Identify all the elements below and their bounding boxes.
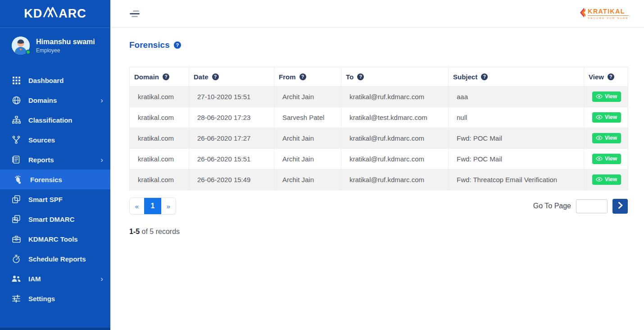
sidebar-item-label: Reports (28, 156, 54, 164)
sidebar-item-forensics[interactable]: Forensics (0, 170, 110, 189)
kdmarc-logo-left: KD (24, 7, 42, 21)
table-header-row: Domain?Date?From?To?Subject?View? (130, 67, 628, 87)
chevron-right-icon: › (100, 156, 103, 164)
column-header-subject: Subject? (449, 67, 584, 87)
cell-view: View (584, 170, 628, 190)
sidebar-item-label: Forensics (30, 176, 62, 183)
chevron-right-icon (618, 202, 623, 210)
kdmarc-logo-m-icon (42, 6, 59, 21)
help-icon[interactable]: ? (608, 73, 614, 80)
column-label: From (279, 73, 296, 81)
main-area: KRATIKAL SECURE FOR SURE Forensics ? Dom… (110, 0, 644, 330)
cell-to: kratikal@ruf.kdmarc.com (341, 128, 449, 149)
kdmarc-logo-right: ARC (59, 7, 86, 21)
cell-domain: kratikal.com (130, 87, 189, 107)
column-label: View (589, 73, 604, 81)
cell-view: View (584, 128, 628, 149)
view-button[interactable]: View (592, 174, 621, 185)
help-icon[interactable]: ? (481, 73, 488, 80)
sliders-icon (12, 295, 21, 302)
view-button-label: View (605, 93, 617, 100)
cell-subject: Fwd: Threatcop Email Verification (449, 170, 584, 190)
sidebar-item-label: Schedule Reports (28, 255, 86, 263)
sidebar-item-kdmarc-tools[interactable]: KDMARC Tools (0, 229, 110, 249)
view-button[interactable]: View (592, 112, 621, 123)
pagination-row: « 1 » Go To Page (129, 197, 628, 215)
kratikal-tagline: SECURE FOR SURE (588, 17, 629, 19)
kdmarc-logo[interactable]: KD ARC (24, 6, 86, 21)
dashboard-icon (12, 77, 21, 84)
user-info: Himanshu swami Employee (36, 37, 95, 54)
sidebar-item-smart-spf[interactable]: Smart SPF (0, 189, 110, 209)
logo-block: KD ARC (0, 0, 110, 28)
cell-view: View (584, 87, 628, 107)
globe-icon (12, 96, 21, 105)
forensics-table: Domain?Date?From?To?Subject?View? kratik… (129, 67, 628, 190)
cell-to: kratikal@test.kdmarc.com (341, 107, 449, 128)
sidebar-item-label: Settings (28, 295, 55, 302)
cell-subject: null (449, 107, 584, 128)
sidebar-item-smart-dmarc[interactable]: Smart DMARC (0, 209, 110, 229)
content: Forensics ? Domain?Date?From?To?Subject?… (110, 28, 644, 236)
help-icon[interactable]: ? (299, 73, 306, 80)
pagination: « 1 » (129, 197, 176, 215)
sidebar-item-label: Classification (28, 116, 73, 124)
chevron-right-icon: › (100, 275, 103, 283)
go-to-page-input[interactable] (576, 199, 608, 213)
page-title: Forensics (129, 40, 170, 50)
user-role: Employee (36, 47, 95, 54)
go-to-page-button[interactable] (612, 199, 628, 214)
table-row: kratikal.com26-06-2020 15:49Archit Jaink… (130, 170, 628, 190)
stopwatch-icon (12, 255, 21, 263)
forensics-icon (14, 175, 23, 184)
toolbox-icon (12, 235, 21, 243)
help-icon[interactable]: ? (163, 73, 169, 80)
cell-from: Archit Jain (274, 170, 341, 190)
sidebar-item-schedule-reports[interactable]: Schedule Reports (0, 249, 110, 269)
view-button[interactable]: View (592, 92, 621, 102)
cell-date: 26-06-2020 15:49 (189, 170, 274, 190)
column-header-to: To? (341, 67, 449, 87)
menu-toggle-icon[interactable] (130, 10, 141, 17)
sidebar-item-sources[interactable]: Sources (0, 130, 110, 150)
records-range: 1-5 (129, 228, 140, 235)
table-row: kratikal.com26-06-2020 15:51Archit Jaink… (130, 149, 628, 170)
cell-subject: Fwd: POC Mail (449, 128, 584, 149)
cell-date: 26-06-2020 17:27 (189, 128, 274, 149)
cell-domain: kratikal.com (130, 149, 189, 170)
sidebar-item-iam[interactable]: IAM› (0, 269, 110, 289)
view-button-label: View (605, 114, 617, 120)
sidebar-item-reports[interactable]: Reports› (0, 150, 110, 170)
cell-from: Sarvesh Patel (274, 107, 341, 128)
sidebar-item-domains[interactable]: Domains› (0, 90, 110, 110)
sources-icon (12, 136, 21, 144)
reports-icon (12, 156, 21, 164)
cell-to: kratikal@ruf.kdmarc.com (341, 149, 449, 170)
view-button[interactable]: View (592, 133, 621, 143)
view-button-label: View (605, 176, 617, 183)
user-profile[interactable]: Himanshu swami Employee (0, 28, 110, 64)
cell-date: 27-10-2020 15:51 (189, 87, 274, 107)
sidebar-item-label: Domains (28, 96, 57, 104)
pagination-prev[interactable]: « (130, 198, 144, 214)
column-label: Date (194, 73, 209, 81)
help-icon[interactable]: ? (357, 73, 364, 80)
view-button[interactable]: View (592, 154, 621, 164)
eye-icon (596, 177, 603, 182)
pagination-page-1[interactable]: 1 (144, 198, 161, 214)
kratikal-logo[interactable]: KRATIKAL SECURE FOR SURE (579, 7, 629, 20)
page-help-icon[interactable]: ? (174, 41, 181, 49)
help-icon[interactable]: ? (212, 73, 219, 80)
pagination-next[interactable]: » (161, 198, 176, 214)
table-row: kratikal.com28-06-2020 17:23Sarvesh Pate… (130, 107, 628, 128)
sidebar-item-settings[interactable]: Settings (0, 289, 110, 308)
table-row: kratikal.com27-10-2020 15:51Archit Jaink… (130, 87, 628, 107)
cell-domain: kratikal.com (130, 128, 189, 149)
sidebar-item-dashboard[interactable]: Dashboard (0, 70, 110, 90)
column-label: To (346, 73, 354, 81)
kratikal-chevron-icon (579, 7, 586, 20)
chevron-right-icon: › (100, 96, 103, 104)
kratikal-name: KRATIKAL (588, 8, 629, 16)
sidebar-item-classification[interactable]: Classification (0, 110, 110, 130)
cell-from: Archit Jain (274, 128, 341, 149)
